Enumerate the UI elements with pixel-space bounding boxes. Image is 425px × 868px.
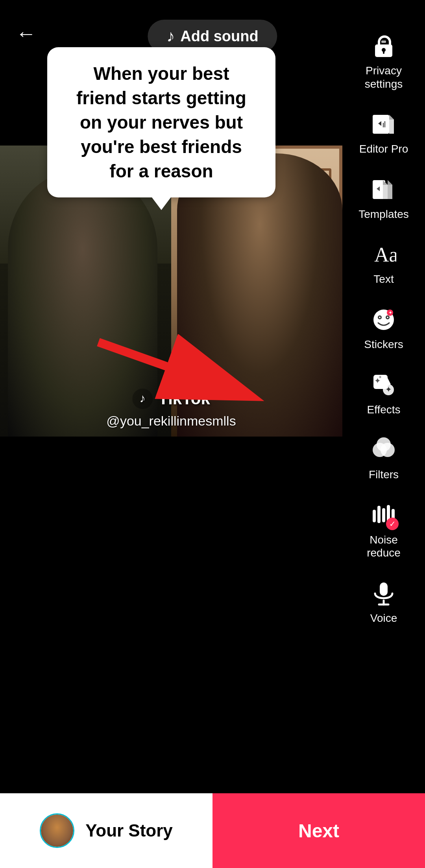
svg-marker-18 <box>383 180 388 185</box>
svg-rect-37 <box>373 510 376 522</box>
stickers-icon: ✦ <box>369 305 399 335</box>
music-icon: ♪ <box>166 27 175 46</box>
voice-label: Voice <box>370 612 397 625</box>
svg-rect-6 <box>383 50 384 54</box>
add-sound-label: Add sound <box>180 28 258 45</box>
sidebar-item-effects[interactable]: ✦ ✦ ✦ Effects <box>342 361 425 426</box>
filters-icon <box>369 435 399 465</box>
svg-line-3 <box>98 342 248 395</box>
privacy-settings-label: Privacy settings <box>365 64 403 90</box>
svg-text:✦: ✦ <box>385 385 392 394</box>
svg-text:✦: ✦ <box>388 310 392 315</box>
svg-rect-42 <box>380 582 388 596</box>
svg-point-24 <box>379 317 381 318</box>
svg-rect-38 <box>377 506 381 523</box>
svg-marker-10 <box>389 115 394 120</box>
sidebar-item-templates[interactable]: Templates <box>342 165 425 230</box>
next-label: Next <box>298 820 339 842</box>
caption-text: When your best friend starts getting on … <box>76 63 246 181</box>
svg-point-36 <box>377 437 391 452</box>
sidebar-item-text[interactable]: Aa Text <box>342 230 425 295</box>
your-story-label: Your Story <box>85 821 173 840</box>
noise-reduce-check-badge: ✓ <box>386 518 399 530</box>
red-arrow <box>79 334 283 405</box>
next-button[interactable]: Next <box>213 793 425 868</box>
editor-pro-icon <box>369 109 399 139</box>
stickers-label: Stickers <box>364 338 403 351</box>
voice-icon <box>369 579 399 608</box>
templates-label: Templates <box>358 208 409 221</box>
sidebar-item-noise-reduce[interactable]: ✓ Noise reduce <box>342 491 425 569</box>
svg-rect-13 <box>384 121 385 127</box>
noise-reduce-label: Noise reduce <box>367 533 401 560</box>
caption-bubble: When your best friend starts getting on … <box>47 47 275 197</box>
sidebar-item-filters[interactable]: Filters <box>342 426 425 491</box>
svg-text:Aa: Aa <box>374 243 396 266</box>
bottom-bar: Your Story Next <box>0 793 425 868</box>
templates-icon <box>369 175 399 205</box>
editor-pro-label: Editor Pro <box>359 142 408 156</box>
sidebar-item-editor-pro[interactable]: Editor Pro <box>342 100 425 165</box>
username: @you_rekillinmesmlls <box>106 413 236 429</box>
effects-icon: ✦ ✦ ✦ <box>369 370 399 400</box>
right-sidebar: Privacy settings Editor Pro <box>342 0 425 456</box>
sidebar-item-privacy-settings[interactable]: Privacy settings <box>342 22 425 100</box>
avatar-image <box>41 815 73 847</box>
svg-rect-12 <box>383 123 384 127</box>
filters-label: Filters <box>369 468 399 481</box>
svg-rect-39 <box>382 508 385 522</box>
svg-rect-7 <box>381 41 386 43</box>
sidebar-item-stickers[interactable]: ✦ Stickers <box>342 295 425 361</box>
svg-point-25 <box>387 317 388 318</box>
text-icon: Aa <box>369 240 399 269</box>
sidebar-item-voice[interactable]: Voice <box>342 569 425 634</box>
back-button[interactable]: ← <box>16 22 36 45</box>
your-story-button[interactable]: Your Story <box>0 793 213 868</box>
text-label: Text <box>373 273 394 286</box>
noise-reduce-icon: ✓ <box>369 500 399 530</box>
user-avatar <box>40 813 74 848</box>
lock-icon <box>369 31 399 61</box>
effects-label: Effects <box>367 403 400 416</box>
svg-text:✦: ✦ <box>378 374 382 380</box>
svg-marker-17 <box>388 180 392 185</box>
